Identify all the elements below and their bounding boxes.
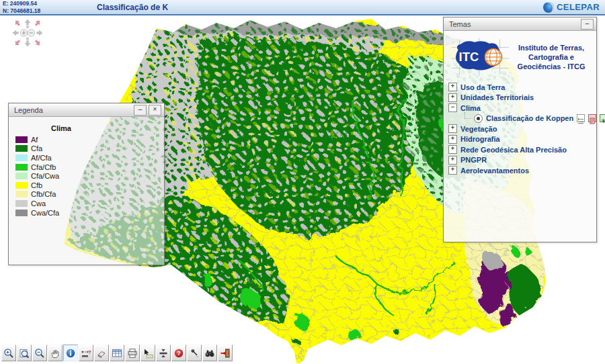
printer-icon xyxy=(127,348,138,359)
legend-item: Cfa/Cfb xyxy=(15,163,164,172)
legend-item: Af/Cfa xyxy=(15,153,164,163)
tree-item-classificacao-koppen[interactable]: Classificação de Koppen xyxy=(465,113,596,124)
tree-item-pngpr[interactable]: + PNGPR xyxy=(448,155,596,166)
legend-heading: Clima xyxy=(51,124,164,132)
gis-application-window: E: 240909.54 N: 7046681.18 Classificação… xyxy=(0,0,605,364)
legend-swatch xyxy=(15,200,28,207)
info-button[interactable] xyxy=(63,345,78,361)
zoom-in-circle[interactable] xyxy=(20,30,27,36)
expand-icon[interactable]: + xyxy=(448,156,457,165)
themes-minimize-button[interactable]: – xyxy=(581,19,594,30)
legend-swatch xyxy=(15,164,28,171)
erase-button[interactable] xyxy=(94,345,109,361)
exit-door-icon xyxy=(220,348,231,359)
tree-elbow xyxy=(465,112,471,119)
expand-icon[interactable]: + xyxy=(448,93,457,102)
svg-text:?: ? xyxy=(88,349,91,355)
legend-item: Af xyxy=(15,135,164,144)
search-button[interactable] xyxy=(202,345,217,361)
top-bar: E: 240909.54 N: 7046681.18 Classificação… xyxy=(0,0,605,15)
zoom-full-extent-icon xyxy=(19,348,30,359)
celepar-wordmark: CELEPAR xyxy=(557,2,600,12)
pan-left-arrow xyxy=(13,30,19,36)
expand-icon[interactable]: + xyxy=(448,166,457,175)
legend-panel-titlebar[interactable]: Legenda – × xyxy=(9,103,164,117)
legend-item: Cwa xyxy=(15,199,164,208)
legend-item: Cfa/Cwa xyxy=(15,171,164,181)
tree-item-rede-geodesica[interactable]: + Rede Geodésica Alta Precisão xyxy=(448,144,596,155)
label-tool-icon xyxy=(143,348,153,359)
tree-item-aerolevantamentos[interactable]: + Aerolevantamentos xyxy=(448,165,596,176)
pushpin-icon xyxy=(189,348,200,359)
pan-button[interactable] xyxy=(48,345,63,361)
zoom-out-button[interactable] xyxy=(32,345,47,361)
help-button[interactable]: ? xyxy=(171,345,186,361)
help-icon: ? xyxy=(173,348,184,359)
expand-icon[interactable]: + xyxy=(448,124,457,133)
expand-icon[interactable]: + xyxy=(448,83,457,91)
tree-item-vegetacao[interactable]: + Vegetação xyxy=(448,124,596,134)
themes-tree: + Uso da Terra + Unidades Territoriais −… xyxy=(448,82,596,176)
map-toolbar: ? xyxy=(0,343,233,364)
legend-item: Cfa xyxy=(15,144,164,154)
zoom-out-icon xyxy=(34,348,45,359)
expand-icon[interactable]: + xyxy=(448,135,457,144)
itcg-logo-block: ITC Instituto de Terras, Cartografia e G… xyxy=(450,37,592,77)
themes-panel-title: Temas xyxy=(449,20,471,28)
legend-close-button[interactable]: × xyxy=(149,105,161,116)
themes-panel: Temas – ITC xyxy=(443,17,597,242)
table-icon xyxy=(112,348,122,359)
legend-panel: Legenda – × Clima Af Cfa Af/Cfa Cfa/Cfb … xyxy=(8,103,165,265)
legend-swatch xyxy=(15,182,28,189)
pan-right-arrow xyxy=(36,30,42,36)
label-tool-button[interactable] xyxy=(140,345,155,361)
legend-panel-title: Legenda xyxy=(14,106,43,114)
eraser-icon xyxy=(96,348,107,359)
pan-up-arrow xyxy=(25,19,31,26)
expand-icon[interactable]: + xyxy=(448,145,457,154)
themes-panel-titlebar[interactable]: Temas – xyxy=(444,17,596,31)
zoom-out-circle[interactable] xyxy=(28,30,34,36)
tree-item-unidades-territoriais[interactable]: + Unidades Territoriais xyxy=(448,93,596,103)
page-title: Classificação de K xyxy=(97,3,168,12)
northing-value: N: 7046681.18 xyxy=(3,7,91,15)
layer-legend-icon[interactable] xyxy=(577,114,585,122)
legend-item: Cfb/Cfa xyxy=(15,190,164,199)
center-map-button[interactable] xyxy=(156,345,171,361)
legend-swatch xyxy=(15,145,28,152)
itcg-org-name: Instituto de Terras, Cartografia e Geoci… xyxy=(510,43,592,72)
easting-value: E: 240909.54 xyxy=(3,0,91,7)
pin-button[interactable] xyxy=(187,345,202,361)
legend-swatch xyxy=(15,136,28,143)
tree-item-clima[interactable]: − Clima xyxy=(448,103,596,113)
celepar-sphere-icon xyxy=(543,2,554,13)
map-navigation-widget[interactable] xyxy=(10,18,45,48)
zoom-in-button[interactable] xyxy=(1,345,16,361)
tree-item-hidrografia[interactable]: + Hidrografia xyxy=(448,134,596,145)
info-icon xyxy=(65,348,76,359)
pan-down-arrow xyxy=(25,40,31,46)
celepar-logo: CELEPAR xyxy=(543,2,605,13)
koppen-radio-selected[interactable] xyxy=(474,114,483,123)
pan-hand-icon xyxy=(50,348,61,359)
measure-icon: ? xyxy=(81,348,91,359)
itcg-globe-icon xyxy=(485,48,501,65)
binoculars-icon xyxy=(204,348,215,359)
legend-item: Cfb xyxy=(15,181,164,190)
attribute-table-button[interactable] xyxy=(110,345,124,361)
zoom-full-extent-button[interactable] xyxy=(17,345,32,361)
measure-distance-button[interactable]: ? xyxy=(79,345,93,361)
legend-swatch xyxy=(15,154,28,161)
exit-button[interactable] xyxy=(218,345,233,361)
collapse-icon[interactable]: − xyxy=(448,103,457,112)
layer-metadata-icon[interactable] xyxy=(600,114,605,122)
zoom-in-icon xyxy=(3,348,14,359)
print-button[interactable] xyxy=(125,345,140,361)
layer-report-icon[interactable] xyxy=(588,114,596,122)
legend-swatch xyxy=(15,173,28,179)
legend-minimize-button[interactable]: – xyxy=(134,105,147,116)
itcg-acronym: ITC xyxy=(459,50,479,64)
coordinate-readout: E: 240909.54 N: 7046681.18 xyxy=(0,0,91,15)
tree-item-uso-da-terra[interactable]: + Uso da Terra xyxy=(448,82,596,93)
legend-swatch xyxy=(15,210,28,216)
